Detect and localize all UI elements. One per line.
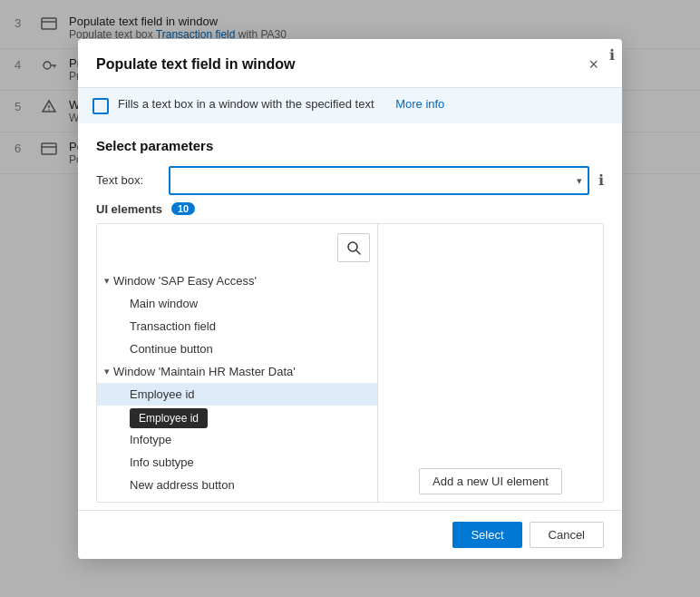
params-section: Select parameters Text box: ▾ ℹ bbox=[78, 123, 622, 202]
add-ui-element-button[interactable]: Add a new UI element bbox=[419, 468, 562, 494]
textbox-select-wrap: ▾ bbox=[169, 166, 589, 195]
ui-elements-section: UI elements 10 bbox=[78, 202, 622, 510]
tree-item-transaction-field[interactable]: Transaction field bbox=[97, 315, 377, 338]
chevron-down-icon-hr: ▾ bbox=[104, 366, 110, 377]
textbox-select[interactable] bbox=[169, 166, 589, 195]
modal-header: Populate text field in window × bbox=[78, 39, 622, 88]
modal-title: Populate text field in window bbox=[96, 56, 296, 73]
tree-search-bar bbox=[97, 230, 377, 269]
tree-item-new-address-button[interactable]: New address button bbox=[97, 474, 377, 496]
tree-item-employee-id[interactable]: Employee id Employee id bbox=[97, 383, 377, 406]
params-title: Select parameters bbox=[96, 138, 604, 153]
textbox-label: Text box: bbox=[96, 173, 160, 187]
select-button[interactable]: Select bbox=[452, 522, 521, 548]
close-button[interactable]: × bbox=[583, 54, 604, 76]
info-banner-text: Fills a text box in a window with the sp… bbox=[118, 97, 374, 111]
ui-elements-header: UI elements 10 bbox=[96, 202, 604, 216]
search-button[interactable] bbox=[337, 233, 370, 262]
ui-elements-body: ▾ Window 'SAP Easy Access' Main window T… bbox=[96, 223, 604, 503]
tree-group-sap-label: Window 'SAP Easy Access' bbox=[113, 274, 257, 288]
tree-item-continue-button[interactable]: Continue button bbox=[97, 338, 377, 360]
more-info-link[interactable]: More info bbox=[395, 97, 444, 111]
textbox-row: Text box: ▾ ℹ bbox=[96, 166, 604, 195]
tree-group-hr: ▾ Window 'Maintain HR Master Data' Emplo… bbox=[97, 360, 377, 496]
info-banner: Fills a text box in a window with the sp… bbox=[78, 88, 622, 123]
modal-overlay: Populate text field in window × Fills a … bbox=[0, 0, 700, 597]
ui-elements-label: UI elements bbox=[96, 202, 162, 216]
employee-id-tooltip: Employee id bbox=[130, 408, 208, 428]
tree-pane[interactable]: ▾ Window 'SAP Easy Access' Main window T… bbox=[97, 224, 378, 502]
chevron-down-icon: ▾ bbox=[104, 275, 110, 287]
modal-footer: Select Cancel bbox=[78, 510, 622, 559]
svg-line-11 bbox=[356, 250, 360, 254]
tree-group-sap: ▾ Window 'SAP Easy Access' Main window T… bbox=[97, 269, 377, 360]
tree-group-hr-label: Window 'Maintain HR Master Data' bbox=[113, 365, 296, 378]
tree-group-hr-header[interactable]: ▾ Window 'Maintain HR Master Data' bbox=[97, 360, 377, 383]
tree-group-sap-header[interactable]: ▾ Window 'SAP Easy Access' bbox=[97, 269, 377, 292]
tree-item-info-subtype[interactable]: Info subtype bbox=[97, 451, 377, 474]
tree-item-infotype[interactable]: Infotype bbox=[97, 428, 377, 451]
textbox-info-icon[interactable]: ℹ bbox=[598, 171, 604, 189]
info-box-icon bbox=[92, 98, 109, 114]
cancel-button[interactable]: Cancel bbox=[530, 522, 604, 548]
ui-elements-badge: 10 bbox=[171, 202, 195, 215]
tree-item-main-window[interactable]: Main window bbox=[97, 292, 377, 315]
right-pane: ℹ Add a new UI element bbox=[378, 224, 603, 502]
modal: Populate text field in window × Fills a … bbox=[78, 39, 622, 559]
